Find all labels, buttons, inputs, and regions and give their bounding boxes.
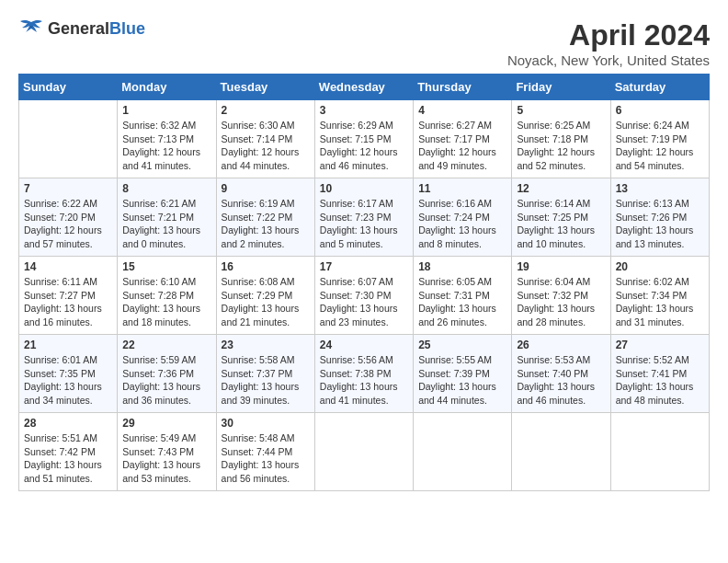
- calendar-day-cell: 8Sunrise: 6:21 AMSunset: 7:21 PMDaylight…: [118, 178, 216, 257]
- calendar-day-cell: 11Sunrise: 6:16 AMSunset: 7:24 PMDayligh…: [414, 178, 512, 257]
- day-info: Sunrise: 5:48 AMSunset: 7:44 PMDaylight:…: [222, 431, 310, 486]
- calendar-day-cell: [19, 100, 118, 178]
- day-info: Sunrise: 6:25 AMSunset: 7:18 PMDaylight:…: [517, 119, 605, 173]
- day-number: 4: [418, 104, 506, 117]
- calendar-week-row: 14Sunrise: 6:11 AMSunset: 7:27 PMDayligh…: [19, 257, 710, 335]
- day-info: Sunrise: 5:58 AMSunset: 7:37 PMDaylight:…: [222, 353, 310, 408]
- title-area: April 2024 Noyack, New York, United Stat…: [507, 18, 710, 68]
- day-number: 21: [24, 339, 112, 351]
- calendar-day-cell: 19Sunrise: 6:04 AMSunset: 7:32 PMDayligh…: [512, 257, 610, 335]
- day-of-week-header: Tuesday: [216, 75, 314, 100]
- calendar-day-cell: 18Sunrise: 6:05 AMSunset: 7:31 PMDayligh…: [414, 257, 512, 335]
- day-of-week-header: Thursday: [414, 75, 512, 100]
- day-number: 15: [122, 260, 210, 273]
- day-number: 17: [320, 260, 408, 273]
- day-info: Sunrise: 5:59 AMSunset: 7:36 PMDaylight:…: [122, 353, 210, 408]
- day-info: Sunrise: 5:55 AMSunset: 7:39 PMDaylight:…: [418, 353, 506, 408]
- calendar-day-cell: 13Sunrise: 6:13 AMSunset: 7:26 PMDayligh…: [610, 178, 709, 257]
- day-info: Sunrise: 6:14 AMSunset: 7:25 PMDaylight:…: [517, 197, 605, 251]
- day-info: Sunrise: 6:17 AMSunset: 7:23 PMDaylight:…: [320, 197, 408, 251]
- logo-text: GeneralBlue: [48, 19, 145, 39]
- day-number: 7: [24, 182, 112, 195]
- calendar-day-cell: 25Sunrise: 5:55 AMSunset: 7:39 PMDayligh…: [414, 335, 512, 413]
- day-number: 25: [418, 339, 506, 351]
- day-of-week-header: Friday: [512, 75, 610, 100]
- day-number: 18: [418, 260, 506, 273]
- day-of-week-header: Wednesday: [314, 75, 413, 100]
- day-number: 20: [616, 260, 704, 273]
- day-info: Sunrise: 5:51 AMSunset: 7:42 PMDaylight:…: [24, 431, 112, 486]
- calendar-day-cell: 21Sunrise: 6:01 AMSunset: 7:35 PMDayligh…: [19, 335, 118, 413]
- day-info: Sunrise: 6:01 AMSunset: 7:35 PMDaylight:…: [24, 353, 112, 408]
- calendar-week-row: 28Sunrise: 5:51 AMSunset: 7:42 PMDayligh…: [19, 413, 710, 491]
- day-info: Sunrise: 6:07 AMSunset: 7:30 PMDaylight:…: [320, 275, 408, 329]
- day-number: 16: [222, 260, 310, 273]
- calendar-day-cell: 20Sunrise: 6:02 AMSunset: 7:34 PMDayligh…: [610, 257, 709, 335]
- logo: GeneralBlue: [18, 18, 145, 39]
- day-info: Sunrise: 6:13 AMSunset: 7:26 PMDaylight:…: [616, 197, 704, 251]
- calendar-week-row: 1Sunrise: 6:32 AMSunset: 7:13 PMDaylight…: [19, 100, 710, 178]
- day-number: 1: [122, 104, 210, 117]
- calendar-day-cell: 30Sunrise: 5:48 AMSunset: 7:44 PMDayligh…: [216, 413, 314, 491]
- day-number: 29: [122, 417, 210, 430]
- day-number: 30: [222, 417, 310, 430]
- day-info: Sunrise: 5:52 AMSunset: 7:41 PMDaylight:…: [616, 353, 704, 408]
- day-info: Sunrise: 6:22 AMSunset: 7:20 PMDaylight:…: [24, 197, 112, 251]
- day-info: Sunrise: 6:04 AMSunset: 7:32 PMDaylight:…: [517, 275, 605, 329]
- day-number: 12: [517, 182, 605, 195]
- day-info: Sunrise: 6:19 AMSunset: 7:22 PMDaylight:…: [222, 197, 310, 251]
- page-subtitle: Noyack, New York, United States: [507, 52, 710, 68]
- calendar-day-cell: 5Sunrise: 6:25 AMSunset: 7:18 PMDaylight…: [512, 100, 610, 178]
- day-number: 14: [24, 260, 112, 273]
- day-number: 6: [616, 104, 704, 117]
- day-number: 24: [320, 339, 408, 351]
- day-info: Sunrise: 5:49 AMSunset: 7:43 PMDaylight:…: [122, 431, 210, 486]
- day-number: 22: [122, 339, 210, 351]
- day-number: 5: [517, 104, 605, 117]
- calendar-header-row: SundayMondayTuesdayWednesdayThursdayFrid…: [19, 75, 710, 100]
- calendar-day-cell: 17Sunrise: 6:07 AMSunset: 7:30 PMDayligh…: [314, 257, 413, 335]
- day-info: Sunrise: 5:56 AMSunset: 7:38 PMDaylight:…: [320, 353, 408, 408]
- calendar-day-cell: [610, 413, 709, 491]
- calendar-day-cell: 10Sunrise: 6:17 AMSunset: 7:23 PMDayligh…: [314, 178, 413, 257]
- calendar-week-row: 7Sunrise: 6:22 AMSunset: 7:20 PMDaylight…: [19, 178, 710, 257]
- day-info: Sunrise: 6:29 AMSunset: 7:15 PMDaylight:…: [320, 119, 408, 173]
- calendar-day-cell: 3Sunrise: 6:29 AMSunset: 7:15 PMDaylight…: [314, 100, 413, 178]
- day-info: Sunrise: 6:02 AMSunset: 7:34 PMDaylight:…: [616, 275, 704, 329]
- calendar-day-cell: 4Sunrise: 6:27 AMSunset: 7:17 PMDaylight…: [414, 100, 512, 178]
- calendar-day-cell: 27Sunrise: 5:52 AMSunset: 7:41 PMDayligh…: [610, 335, 709, 413]
- day-number: 2: [222, 104, 310, 117]
- calendar-day-cell: 16Sunrise: 6:08 AMSunset: 7:29 PMDayligh…: [216, 257, 314, 335]
- day-number: 26: [517, 339, 605, 351]
- calendar-day-cell: 28Sunrise: 5:51 AMSunset: 7:42 PMDayligh…: [19, 413, 118, 491]
- day-number: 9: [222, 182, 310, 195]
- day-info: Sunrise: 6:11 AMSunset: 7:27 PMDaylight:…: [24, 275, 112, 329]
- day-info: Sunrise: 6:32 AMSunset: 7:13 PMDaylight:…: [122, 119, 210, 173]
- calendar-day-cell: [414, 413, 512, 491]
- day-info: Sunrise: 6:27 AMSunset: 7:17 PMDaylight:…: [418, 119, 506, 173]
- calendar-day-cell: 12Sunrise: 6:14 AMSunset: 7:25 PMDayligh…: [512, 178, 610, 257]
- day-info: Sunrise: 6:05 AMSunset: 7:31 PMDaylight:…: [418, 275, 506, 329]
- calendar-day-cell: 29Sunrise: 5:49 AMSunset: 7:43 PMDayligh…: [118, 413, 216, 491]
- calendar-day-cell: 2Sunrise: 6:30 AMSunset: 7:14 PMDaylight…: [216, 100, 314, 178]
- day-number: 8: [122, 182, 210, 195]
- logo-icon: [18, 18, 44, 39]
- day-number: 27: [616, 339, 704, 351]
- day-number: 13: [616, 182, 704, 195]
- calendar-day-cell: 1Sunrise: 6:32 AMSunset: 7:13 PMDaylight…: [118, 100, 216, 178]
- day-of-week-header: Sunday: [19, 75, 118, 100]
- day-number: 23: [222, 339, 310, 351]
- day-info: Sunrise: 6:30 AMSunset: 7:14 PMDaylight:…: [222, 119, 310, 173]
- calendar-day-cell: 26Sunrise: 5:53 AMSunset: 7:40 PMDayligh…: [512, 335, 610, 413]
- calendar-day-cell: 6Sunrise: 6:24 AMSunset: 7:19 PMDaylight…: [610, 100, 709, 178]
- calendar-day-cell: 9Sunrise: 6:19 AMSunset: 7:22 PMDaylight…: [216, 178, 314, 257]
- day-info: Sunrise: 6:24 AMSunset: 7:19 PMDaylight:…: [616, 119, 704, 173]
- day-info: Sunrise: 5:53 AMSunset: 7:40 PMDaylight:…: [517, 353, 605, 408]
- day-number: 10: [320, 182, 408, 195]
- day-info: Sunrise: 6:10 AMSunset: 7:28 PMDaylight:…: [122, 275, 210, 329]
- calendar-day-cell: [512, 413, 610, 491]
- calendar-day-cell: [314, 413, 413, 491]
- day-number: 11: [418, 182, 506, 195]
- day-number: 3: [320, 104, 408, 117]
- calendar-week-row: 21Sunrise: 6:01 AMSunset: 7:35 PMDayligh…: [19, 335, 710, 413]
